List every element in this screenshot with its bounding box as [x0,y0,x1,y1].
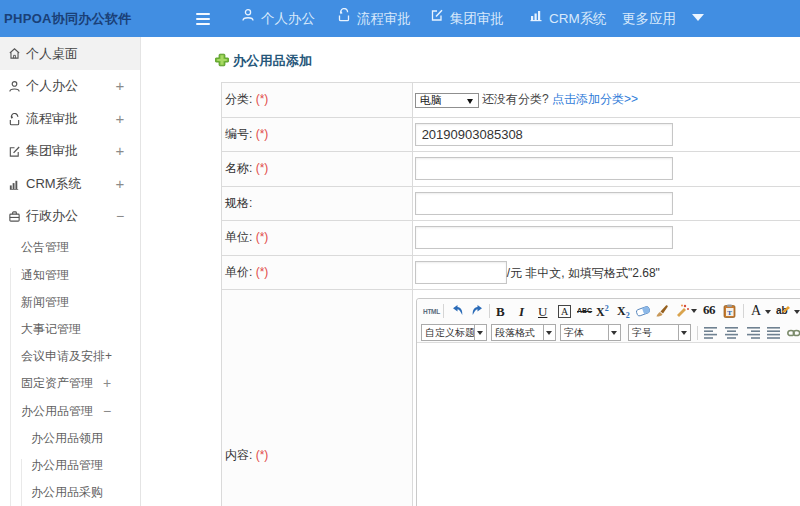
svg-text:T: T [727,309,732,317]
